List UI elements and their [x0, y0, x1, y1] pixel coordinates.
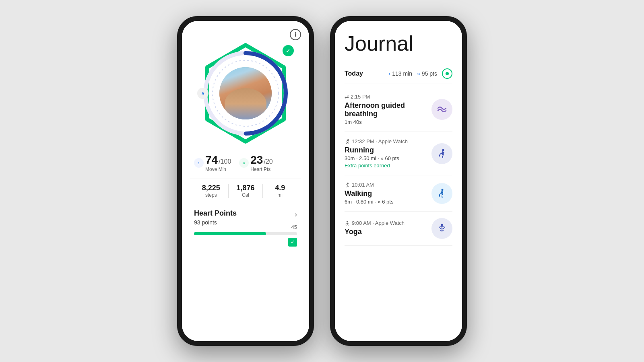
entry-yoga-content: 9:00 AM · Apple Watch Yoga [345, 220, 427, 237]
mi-label: mi [277, 192, 283, 198]
cal-value: 1,876 [236, 184, 254, 192]
journal-screen: Journal Today › 113 min » 95 pts [335, 21, 462, 246]
entry-breathing[interactable]: ⇄ 2:15 PM Afternoon guided breathing 1m … [345, 87, 452, 132]
today-min-value: 113 min [392, 70, 412, 77]
yoga-time-icon [345, 220, 350, 226]
cal-stat: 1,876 Cal [229, 184, 263, 198]
today-stats: › 113 min » 95 pts [389, 68, 452, 79]
breathing-time-icon: ⇄ [345, 94, 349, 100]
entry-walking-title: Walking [345, 189, 427, 198]
phone-2: Journal Today › 113 min » 95 pts [330, 16, 467, 346]
heart-pts-label: Heart Pts [250, 167, 270, 172]
phones-container: i [177, 16, 467, 346]
entry-walking-detail: 6m · 0.80 mi · » 6 pts [345, 199, 427, 205]
target-icon [442, 68, 452, 79]
mi-value: 4.9 [275, 184, 285, 192]
steps-value: 8,225 [202, 184, 220, 192]
phone-2-screen: Journal Today › 113 min » 95 pts [335, 21, 462, 341]
journal-title: Journal [345, 33, 452, 54]
svg-point-9 [441, 224, 443, 226]
entry-running-time: 12:32 PM · Apple Watch [345, 138, 427, 144]
svg-point-5 [442, 149, 444, 151]
svg-point-8 [347, 221, 348, 222]
heart-pts-container: » 23 /20 Heart Pts [239, 154, 272, 172]
activity-ring: ✓ ∧ [193, 41, 298, 146]
mi-stat: 4.9 mi [263, 184, 297, 198]
move-min-container: › 74 /100 Move Min [194, 154, 231, 172]
move-min-value: 74 [205, 154, 218, 167]
up-chevron[interactable]: ∧ [197, 88, 208, 99]
heart-points-section[interactable]: Heart Points 93 points › [190, 203, 301, 226]
cal-label: Cal [242, 192, 249, 198]
profile-photo [219, 67, 272, 119]
entry-walking-time: 10:01 AM [345, 182, 427, 188]
heart-points-subtitle: 93 points [194, 219, 297, 226]
entry-running-title: Running [345, 146, 427, 154]
today-pts: » 95 pts [417, 70, 437, 77]
steps-row: 8,225 steps 1,876 Cal 4.9 mi [190, 179, 301, 203]
min-chevron-icon: › [389, 70, 391, 77]
phone-1-screen: i [182, 21, 309, 341]
progress-fill [194, 232, 266, 235]
running-icon [431, 143, 452, 164]
move-min-icon: › [194, 158, 204, 168]
heart-pts-value: 23 [250, 154, 263, 167]
entry-breathing-content: ⇄ 2:15 PM Afternoon guided breathing 1m … [345, 94, 427, 125]
today-label: Today [345, 70, 363, 77]
target-dot [446, 72, 449, 75]
entry-yoga-time: 9:00 AM · Apple Watch [345, 220, 427, 226]
heart-pts-max: /20 [264, 158, 272, 165]
move-min-max: /100 [219, 158, 231, 165]
entry-running-content: 12:32 PM · Apple Watch Running 30m · 2.5… [345, 138, 427, 169]
svg-point-7 [442, 189, 444, 191]
today-row: Today › 113 min » 95 pts [345, 64, 452, 84]
progress-tick: ✓ [288, 238, 297, 247]
steps-label: steps [205, 192, 217, 198]
progress-label: 45 [291, 224, 297, 230]
progress-track [194, 232, 297, 235]
extra-points: Extra points earned [345, 162, 427, 169]
entry-breathing-title: Afternoon guided breathing [345, 101, 427, 118]
walking-time-icon [345, 182, 350, 188]
move-min-label: Move Min [205, 167, 226, 172]
heart-pts-icon: » [239, 158, 249, 168]
check-badge: ✓ [283, 45, 294, 56]
entry-breathing-time: ⇄ 2:15 PM [345, 94, 427, 100]
today-min: › 113 min [389, 70, 412, 77]
entry-running[interactable]: 12:32 PM · Apple Watch Running 30m · 2.5… [345, 132, 452, 175]
entry-breathing-detail: 1m 40s [345, 119, 427, 125]
today-pts-value: 95 pts [422, 70, 437, 77]
progress-bar-area: 45 ✓ [190, 226, 301, 247]
entry-yoga-title: Yoga [345, 228, 427, 236]
heart-points-title: Heart Points [194, 209, 297, 218]
yoga-icon [431, 218, 452, 239]
move-min-stat: 74 /100 Move Min [205, 154, 231, 172]
pts-chevron-icon: » [417, 70, 420, 77]
phone-1: i [177, 16, 314, 346]
heart-points-chevron: › [295, 210, 297, 218]
activity-stats-row: › 74 /100 Move Min » [190, 154, 301, 172]
steps-stat: 8,225 steps [194, 184, 229, 198]
entry-walking[interactable]: 10:01 AM Walking 6m · 0.80 mi · » 6 pts [345, 175, 452, 212]
entry-walking-content: 10:01 AM Walking 6m · 0.80 mi · » 6 pts [345, 182, 427, 205]
dashboard-screen: i [182, 21, 309, 247]
walking-icon [431, 183, 452, 204]
entry-running-detail: 30m · 2.50 mi · » 60 pts [345, 155, 427, 161]
heart-pts-stat: 23 /20 Heart Pts [250, 154, 272, 172]
info-icon[interactable]: i [290, 29, 301, 40]
running-time-icon [345, 139, 350, 144]
entry-yoga[interactable]: 9:00 AM · Apple Watch Yoga [345, 212, 452, 246]
breathing-icon [431, 99, 452, 120]
